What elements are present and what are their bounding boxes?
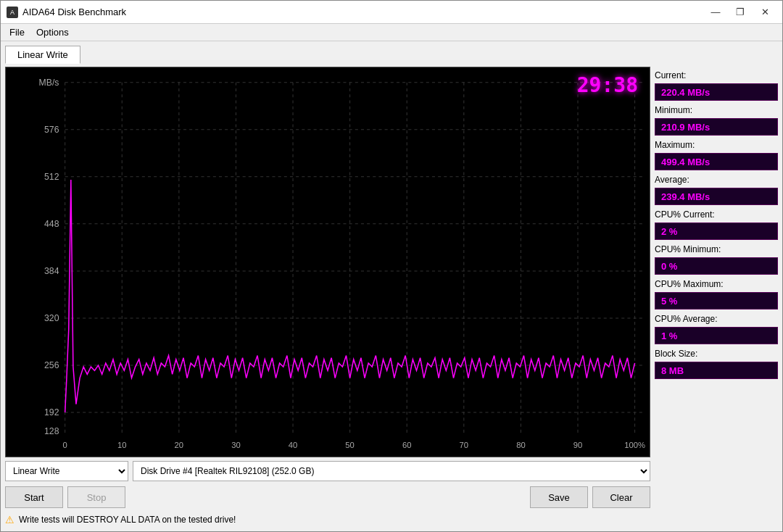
svg-text:192: 192 (44, 407, 59, 417)
save-button[interactable]: Save (530, 486, 588, 508)
menu-options[interactable]: Options (30, 25, 75, 39)
svg-text:MB/s: MB/s (39, 78, 59, 88)
svg-text:10: 10 (117, 441, 126, 449)
svg-text:256: 256 (44, 360, 59, 370)
svg-text:60: 60 (402, 441, 411, 449)
minimize-button[interactable]: — (704, 4, 727, 20)
minimum-label: Minimum: (655, 105, 778, 115)
average-label: Average: (655, 175, 778, 185)
svg-text:0: 0 (63, 441, 67, 449)
stop-button[interactable]: Stop (67, 486, 125, 508)
controls-row: Linear Write Disk Drive #4 [Realtek RIL9… (5, 460, 650, 482)
start-button[interactable]: Start (5, 486, 63, 508)
cpu-minimum-label: CPU% Minimum: (655, 244, 778, 254)
chart-container: MB/s 576 512 448 384 320 256 192 128 0 1… (5, 67, 650, 457)
maximum-value: 499.4 MB/s (655, 153, 778, 170)
chart-timer: 29:38 (577, 73, 638, 97)
tab-bar: Linear Write (5, 46, 650, 64)
svg-text:40: 40 (289, 441, 297, 449)
drive-dropdown[interactable]: Disk Drive #4 [Realtek RIL92108] (252.0 … (133, 461, 650, 481)
app-icon: A (7, 7, 18, 18)
menu-file[interactable]: File (4, 25, 30, 39)
svg-text:100%: 100% (624, 441, 645, 449)
clear-button[interactable]: Clear (592, 486, 650, 508)
close-button[interactable]: ✕ (753, 4, 776, 20)
benchmark-chart: MB/s 576 512 448 384 320 256 192 128 0 1… (6, 67, 650, 457)
svg-text:320: 320 (44, 313, 59, 323)
svg-text:128: 128 (44, 426, 59, 436)
svg-text:80: 80 (516, 441, 525, 449)
warning-icon: ⚠ (5, 514, 14, 525)
svg-text:90: 90 (573, 441, 582, 449)
cpu-current-label: CPU% Current: (655, 209, 778, 220)
svg-text:448: 448 (44, 219, 59, 229)
right-panel: Current: 220.4 MB/s Minimum: 210.9 MB/s … (655, 46, 778, 527)
menu-bar: File Options (1, 24, 782, 41)
warning-row: ⚠ Write tests will DESTROY ALL DATA on t… (5, 512, 650, 527)
blocksize-value: 8 MB (655, 362, 778, 379)
current-label: Current: (655, 70, 778, 80)
cpu-maximum-value: 5 % (655, 292, 778, 309)
cpu-current-value: 2 % (655, 223, 778, 240)
svg-text:20: 20 (175, 441, 183, 449)
tab-linear-write[interactable]: Linear Write (5, 46, 80, 64)
title-bar: A AIDA64 Disk Benchmark — ❐ ✕ (1, 1, 782, 24)
restore-button[interactable]: ❐ (729, 4, 752, 20)
blocksize-label: Block Size: (655, 349, 778, 359)
buttons-row: Start Stop Save Clear (5, 485, 650, 510)
svg-text:512: 512 (44, 172, 59, 182)
svg-rect-0 (6, 67, 650, 457)
cpu-minimum-value: 0 % (655, 257, 778, 275)
window-title: AIDA64 Disk Benchmark (22, 7, 126, 17)
average-value: 239.4 MB/s (655, 188, 778, 205)
window-controls: — ❐ ✕ (704, 4, 776, 20)
content-area: Linear Write (1, 41, 782, 531)
minimum-value: 210.9 MB/s (655, 118, 778, 136)
current-value: 220.4 MB/s (655, 83, 778, 101)
cpu-average-label: CPU% Average: (655, 314, 778, 324)
svg-text:576: 576 (44, 125, 59, 135)
title-bar-left: A AIDA64 Disk Benchmark (7, 7, 126, 18)
warning-text: Write tests will DESTROY ALL DATA on the… (19, 515, 236, 525)
maximum-label: Maximum: (655, 140, 778, 150)
main-window: A AIDA64 Disk Benchmark — ❐ ✕ File Optio… (0, 0, 783, 532)
main-panel: Linear Write (5, 46, 650, 527)
cpu-maximum-label: CPU% Maximum: (655, 279, 778, 289)
svg-text:30: 30 (231, 441, 240, 449)
test-type-dropdown[interactable]: Linear Write (5, 461, 128, 481)
svg-text:384: 384 (44, 266, 59, 276)
cpu-average-value: 1 % (655, 327, 778, 344)
svg-text:50: 50 (345, 441, 354, 449)
svg-text:70: 70 (460, 441, 468, 449)
